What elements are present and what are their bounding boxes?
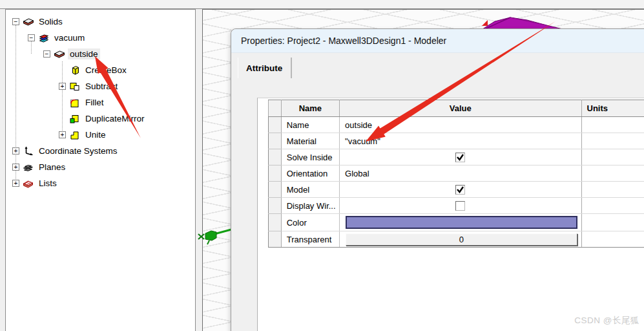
duplicate-mirror-icon [69, 114, 81, 124]
expand-toggle-lists[interactable]: + [12, 180, 19, 187]
property-name-orientation: Orientation [281, 166, 339, 182]
checkbox-display-wir[interactable] [455, 201, 465, 211]
property-value-material[interactable]: "vacuum" [340, 133, 581, 149]
tree-item-label-coordinate-systems[interactable]: Coordinate Systems [37, 145, 119, 156]
property-row-model: Model [269, 182, 644, 198]
unite-icon [69, 130, 81, 140]
row-selector-model[interactable] [269, 182, 282, 198]
property-units-orientation [581, 166, 644, 182]
lists-icon [23, 178, 34, 189]
tree-item-subtract[interactable]: +Subtract [6, 78, 195, 94]
tree-item-label-subtract[interactable]: Subtract [83, 81, 119, 92]
property-value-transparent[interactable]: 0 [340, 231, 581, 248]
checkbox-model[interactable] [455, 185, 465, 195]
property-units-model [581, 182, 644, 198]
collapse-toggle-outside[interactable]: − [43, 50, 50, 58]
property-value-model[interactable] [340, 182, 581, 198]
property-value-display-wir[interactable] [340, 198, 581, 214]
row-selector-transparent[interactable] [269, 231, 282, 248]
value-column-header: Value [340, 100, 581, 117]
property-units-name [581, 117, 644, 133]
name-column-header: Name [281, 100, 339, 117]
tree-item-label-fillet[interactable]: Fillet [83, 97, 106, 108]
tree-item-vacuum[interactable]: −vacuum [6, 30, 195, 46]
red-model-part [482, 20, 490, 27]
model-tree-panel: −Solids−vacuum−outsideCreateBox+Subtract… [5, 9, 196, 331]
row-selector-solve-inside[interactable] [269, 149, 282, 166]
property-name-model: Model [281, 182, 339, 198]
property-units-solve-inside [581, 149, 644, 166]
tree-item-duplicatemirror[interactable]: DuplicateMirror [6, 111, 195, 127]
expand-toggle-subtract[interactable]: + [59, 83, 66, 90]
coordinate-systems-icon [23, 146, 34, 156]
tree-item-label-unite[interactable]: Unite [83, 129, 108, 140]
property-value-solve-inside[interactable] [340, 149, 581, 166]
tree-item-label-vacuum[interactable]: vacuum [52, 32, 87, 43]
tree-item-label-createbox[interactable]: CreateBox [83, 65, 129, 76]
property-grid-panel: Name Value Units NameoutsideMaterial"vac… [257, 98, 644, 331]
tree-item-coordinate-systems[interactable]: +Coordinate Systems [6, 143, 195, 159]
expand-toggle-coordinate-systems[interactable]: + [12, 147, 19, 155]
property-row-material: Material"vacuum" [269, 133, 644, 149]
tree-item-fillet[interactable]: Fillet [6, 94, 195, 111]
color-swatch[interactable] [346, 216, 577, 229]
row-selector-display-wir[interactable] [269, 198, 282, 214]
row-selector-header [269, 100, 282, 117]
subtract-icon [69, 81, 81, 92]
property-table: Name Value Units NameoutsideMaterial"vac… [268, 100, 644, 248]
property-row-orientation: OrientationGlobal [269, 166, 644, 182]
property-value-name[interactable]: outside [340, 117, 581, 133]
tree-item-label-lists[interactable]: Lists [37, 178, 59, 189]
fillet-icon [69, 98, 81, 108]
property-table-header-row: Name Value Units [269, 100, 644, 117]
tree-item-label-duplicatemirror[interactable]: DuplicateMirror [83, 113, 147, 124]
tree-item-label-solids[interactable]: Solids [37, 16, 65, 27]
property-value-color[interactable] [340, 214, 581, 231]
property-name-transparent: Transparent [281, 231, 339, 248]
property-units-color [581, 214, 644, 231]
tab-attribute-label: Attribute [246, 63, 282, 73]
property-name-solve-inside: Solve Inside [281, 149, 339, 166]
tree-item-lists[interactable]: +Lists [6, 175, 195, 191]
planes-icon [23, 162, 34, 173]
watermark-text: CSDN @长尾狐 [574, 315, 639, 326]
tree-item-label-outside[interactable]: outside [68, 48, 100, 59]
expand-toggle-planes[interactable]: + [12, 164, 19, 171]
property-row-display-wir: Display Wir... [269, 198, 644, 214]
property-name-name: Name [281, 117, 339, 133]
property-units-material [581, 133, 644, 149]
checkbox-solve-inside[interactable] [455, 153, 465, 162]
dialog-title: Properties: Project2 - Maxwell3DDesign1 … [241, 36, 446, 46]
property-units-display-wir [581, 198, 644, 214]
row-selector-material[interactable] [269, 133, 282, 149]
row-selector-orientation[interactable] [269, 166, 282, 182]
expand-toggle-unite[interactable]: + [59, 131, 66, 138]
units-column-header: Units [581, 100, 644, 117]
solid-part-icon [54, 49, 65, 59]
property-row-solve-inside: Solve Inside [269, 149, 644, 166]
row-selector-name[interactable] [269, 117, 282, 133]
green-model-part [196, 227, 233, 248]
collapse-toggle-vacuum[interactable]: − [28, 34, 35, 41]
property-row-transparent: Transparent0 [269, 231, 644, 248]
tree-item-label-planes[interactable]: Planes [37, 162, 67, 173]
row-selector-color[interactable] [269, 214, 282, 231]
tree-item-solids[interactable]: −Solids [6, 14, 195, 30]
vacuum-material-icon [38, 33, 50, 43]
solids-icon [23, 17, 34, 27]
property-units-transparent [581, 231, 644, 248]
properties-dialog: Properties: Project2 - Maxwell3DDesign1 … [231, 28, 644, 331]
create-box-icon [69, 65, 81, 76]
property-name-color: Color [281, 214, 339, 231]
tab-attribute[interactable]: Attribute [238, 58, 292, 78]
property-value-orientation[interactable]: Global [340, 166, 581, 182]
dialog-titlebar[interactable]: Properties: Project2 - Maxwell3DDesign1 … [231, 29, 644, 53]
transparent-value-button[interactable]: 0 [346, 233, 577, 246]
tree-item-planes[interactable]: +Planes [6, 159, 195, 175]
collapse-toggle-solids[interactable]: − [12, 18, 19, 25]
tree-item-createbox[interactable]: CreateBox [6, 62, 195, 78]
tree-item-unite[interactable]: +Unite [6, 127, 195, 143]
property-row-name: Nameoutside [269, 117, 644, 133]
tree-item-outside[interactable]: −outside [6, 46, 195, 62]
property-name-material: Material [281, 133, 339, 149]
